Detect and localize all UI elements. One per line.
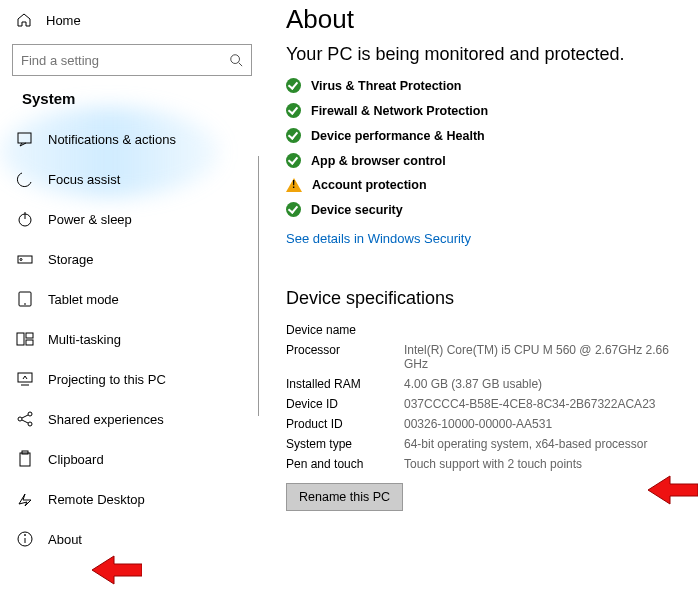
search-input-container[interactable] [12,44,252,76]
sidebar-item-label: Tablet mode [48,292,119,307]
page-title: About [286,4,700,35]
spec-value-product-id: 00326-10000-00000-AA531 [404,417,686,431]
svg-marker-24 [648,476,698,504]
svg-rect-2 [18,133,31,143]
svg-line-17 [22,420,28,423]
windows-security-link[interactable]: See details in Windows Security [286,231,471,246]
svg-point-14 [28,412,32,416]
clipboard-icon [16,450,34,468]
sidebar-item-label: Clipboard [48,452,104,467]
svg-line-16 [22,415,28,418]
spec-label-device-id: Device ID [286,397,396,411]
shared-experiences-icon [16,410,34,428]
sidebar-item-storage[interactable]: Storage [0,239,258,279]
sidebar-item-label: Multi-tasking [48,332,121,347]
focus-assist-icon [16,170,34,188]
sidebar-item-label: Shared experiences [48,412,164,427]
svg-point-13 [18,417,22,421]
warning-icon [286,178,302,192]
spec-label-pen-touch: Pen and touch [286,457,396,471]
projecting-icon [16,370,34,388]
sidebar-item-label: Projecting to this PC [48,372,166,387]
storage-icon [16,250,34,268]
svg-marker-23 [92,556,142,584]
status-item-account: Account protection [286,178,700,192]
sidebar-item-tablet-mode[interactable]: Tablet mode [0,279,258,319]
monitored-status-text: Your PC is being monitored and protected… [286,43,646,66]
sidebar-item-projecting[interactable]: Projecting to this PC [0,359,258,399]
sidebar-item-shared-experiences[interactable]: Shared experiences [0,399,258,439]
check-icon [286,103,301,118]
spec-value-ram: 4.00 GB (3.87 GB usable) [404,377,686,391]
status-item-firewall: Firewall & Network Protection [286,103,700,118]
spec-value-device-id: 037CCCC4-B58E-4CE8-8C34-2B67322ACA23 [404,397,686,411]
svg-point-0 [231,55,240,64]
svg-point-22 [25,535,26,536]
spec-label-product-id: Product ID [286,417,396,431]
rename-pc-button[interactable]: Rename this PC [286,483,403,511]
svg-rect-12 [18,373,32,382]
remote-desktop-icon [16,490,34,508]
check-icon [286,202,301,217]
sidebar-item-label: Storage [48,252,94,267]
svg-point-15 [28,422,32,426]
notifications-icon [16,130,34,148]
security-status-list: Virus & Threat Protection Firewall & Net… [286,78,700,217]
status-item-app-browser: App & browser control [286,153,700,168]
spec-value-device-name [404,323,686,337]
sidebar-item-remote-desktop[interactable]: Remote Desktop [0,479,258,519]
spec-label-system-type: System type [286,437,396,451]
spec-value-processor: Intel(R) Core(TM) i5 CPU M 560 @ 2.67GHz… [404,343,686,371]
main-content: About Your PC is being monitored and pro… [258,0,700,604]
sidebar-item-label: Remote Desktop [48,492,145,507]
sidebar-item-label: About [48,532,82,547]
spec-value-system-type: 64-bit operating system, x64-based proce… [404,437,686,451]
sidebar-item-clipboard[interactable]: Clipboard [0,439,258,479]
svg-rect-18 [20,453,30,466]
check-icon [286,153,301,168]
check-icon [286,78,301,93]
search-icon [229,53,243,67]
about-icon [16,530,34,548]
sidebar-home[interactable]: Home [6,0,258,40]
annotation-arrow-systype [648,472,698,508]
svg-rect-10 [26,333,33,338]
sidebar-nav: Notifications & actions Focus assist Pow… [0,119,258,559]
tablet-icon [16,290,34,308]
spec-label-processor: Processor [286,343,396,371]
sidebar-item-label: Focus assist [48,172,120,187]
svg-rect-9 [17,333,24,345]
sidebar-item-multitasking[interactable]: Multi-tasking [0,319,258,359]
power-icon [16,210,34,228]
check-icon [286,128,301,143]
search-input[interactable] [21,53,229,68]
svg-line-1 [239,63,243,67]
svg-rect-11 [26,340,33,345]
device-specifications-heading: Device specifications [286,288,700,309]
sidebar: Home System Notifications & actions Focu… [0,0,258,604]
device-specifications-table: Device name Processor Intel(R) Core(TM) … [286,323,686,471]
sidebar-item-about[interactable]: About [0,519,258,559]
sidebar-item-label: Notifications & actions [48,132,176,147]
spec-label-ram: Installed RAM [286,377,396,391]
sidebar-item-notifications[interactable]: Notifications & actions [0,119,258,159]
sidebar-home-label: Home [46,13,81,28]
status-item-performance: Device performance & Health [286,128,700,143]
sidebar-item-focus-assist[interactable]: Focus assist [0,159,258,199]
status-item-virus: Virus & Threat Protection [286,78,700,93]
sidebar-item-label: Power & sleep [48,212,132,227]
home-icon [16,12,32,28]
spec-value-pen-touch: Touch support with 2 touch points [404,457,686,471]
multitasking-icon [16,330,34,348]
status-item-device-security: Device security [286,202,700,217]
sidebar-item-power-sleep[interactable]: Power & sleep [0,199,258,239]
spec-label-device-name: Device name [286,323,396,337]
svg-point-6 [20,259,22,261]
